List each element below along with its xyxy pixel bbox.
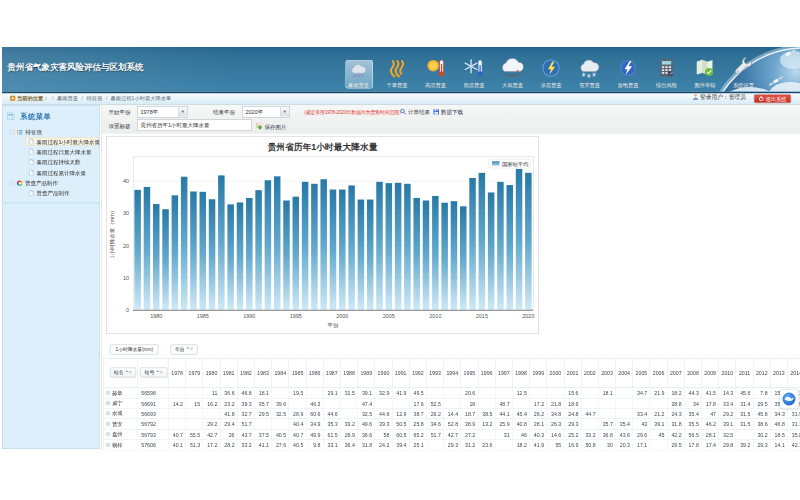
svg-text:2015: 2015 (476, 313, 488, 319)
svg-text:2010: 2010 (429, 313, 441, 319)
svg-text:30: 30 (123, 210, 129, 216)
svg-text:2005: 2005 (383, 313, 395, 319)
svg-text:1995: 1995 (290, 313, 302, 319)
svg-text:10: 10 (123, 275, 129, 281)
svg-text:2000: 2000 (336, 313, 348, 319)
svg-text:1980: 1980 (150, 313, 162, 319)
svg-text:2020: 2020 (522, 313, 534, 319)
svg-text:1985: 1985 (197, 313, 209, 319)
svg-text:0: 0 (126, 307, 129, 313)
svg-text:20: 20 (123, 243, 129, 249)
svg-text:国家站平均: 国家站平均 (502, 161, 528, 168)
svg-text:贵州省历年1小时最大降水量: 贵州省历年1小时最大降水量 (268, 142, 378, 152)
svg-text:1990: 1990 (243, 313, 255, 319)
svg-text:1小时降水量（mm）: 1小时降水量（mm） (109, 208, 115, 259)
svg-text:40: 40 (123, 178, 129, 184)
svg-text:年份: 年份 (328, 322, 340, 329)
